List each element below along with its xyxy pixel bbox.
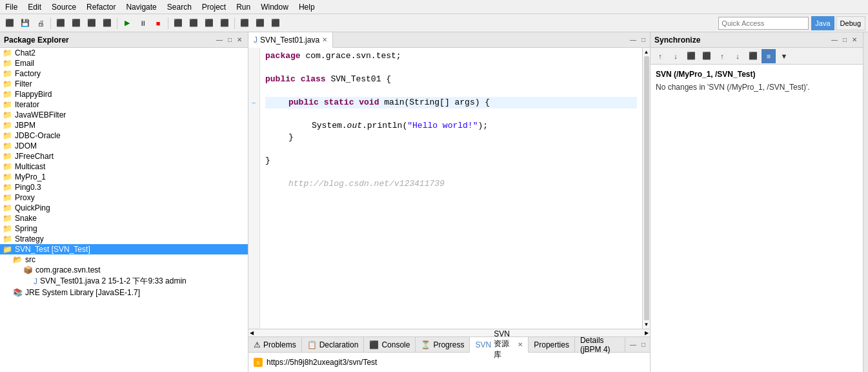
tree-item[interactable]: 📁JFreeChart (0, 151, 248, 161)
menu-run[interactable]: Run (231, 1, 256, 13)
editor-tab-controls: — □ (625, 32, 650, 47)
menu-project[interactable]: Project (197, 1, 231, 13)
close-icon[interactable]: ✕ (235, 36, 244, 44)
editor-tab-close[interactable]: ✕ (322, 36, 327, 43)
toolbar-stop-btn[interactable]: ■ (151, 16, 165, 30)
editor-maximize-btn[interactable]: □ (640, 36, 647, 44)
toolbar-btn-6[interactable]: ⬛ (85, 16, 99, 30)
tree-item[interactable]: 📁Proxy (0, 192, 248, 203)
bottom-maximize-btn[interactable]: □ (640, 340, 647, 349)
tree-item[interactable]: 📦com.grace.svn.test (0, 265, 248, 275)
tree-item[interactable]: 📁JavaWEBFilter (0, 110, 248, 120)
scroll-right-btn[interactable]: ▶ (643, 330, 650, 336)
toolbar-btn-7[interactable]: ⬛ (100, 16, 114, 30)
java-perspective-btn[interactable]: Java (811, 16, 834, 30)
menu-window[interactable]: Window (256, 1, 294, 13)
debug-perspective-btn[interactable]: Debug (836, 16, 865, 30)
toolbar-btn-3[interactable]: 🖨 (34, 16, 48, 30)
tab-progress[interactable]: ⏳ Progress (416, 337, 470, 352)
tree-item[interactable]: 📁Factory (0, 68, 248, 79)
menu-source[interactable]: Source (46, 1, 81, 13)
menu-help[interactable]: Help (294, 1, 320, 13)
editor-tab-svntest01[interactable]: J SVN_Test01.java ✕ (248, 32, 333, 48)
collapse-marker[interactable]: − (248, 97, 259, 108)
menu-navigate[interactable]: Navigate (121, 1, 161, 13)
toolbar-btn-13[interactable]: ⬛ (253, 16, 267, 30)
toolbar-new-btn[interactable]: ⬛ (3, 16, 17, 30)
tree-item[interactable]: 📁Spring (0, 223, 248, 234)
maximize-btn[interactable]: □ (226, 36, 234, 44)
tree-item[interactable]: 📁JBPM (0, 120, 248, 130)
scroll-down-btn[interactable]: ▼ (644, 322, 649, 327)
sync-btn-5[interactable]: ↑ (715, 49, 729, 63)
panel-controls: — □ ✕ (214, 36, 244, 44)
tree-item[interactable]: 📁Strategy (0, 234, 248, 244)
menu-edit[interactable]: Edit (23, 1, 46, 13)
minimize-btn[interactable]: — (214, 36, 225, 44)
menu-search[interactable]: Search (162, 1, 197, 13)
vertical-scrollbar[interactable]: ▲ ▼ (642, 48, 650, 329)
tree-item[interactable]: 📁FlappyBird (0, 89, 248, 99)
toolbar-btn-11[interactable]: ⬛ (217, 16, 232, 30)
tree-item[interactable]: 📁Ping0.3 (0, 182, 248, 192)
bottom-tabs: ⚠ Problems 📋 Declaration ⬛ Console ⏳ Pro… (248, 337, 650, 353)
toolbar-btn-12[interactable]: ⬛ (237, 16, 252, 30)
tree-item[interactable]: 📁Email (0, 58, 248, 68)
sync-close-icon[interactable]: ✕ (850, 36, 859, 44)
scroll-left-btn[interactable]: ◀ (248, 330, 255, 336)
tree-item[interactable]: 📁JDBC-Oracle (0, 130, 248, 141)
menu-file[interactable]: File (0, 1, 23, 13)
tree-item[interactable]: 📁Filter (0, 79, 248, 89)
sync-maximize-btn[interactable]: □ (841, 36, 849, 44)
tree-item[interactable]: 📁QuickPing (0, 203, 248, 213)
tree-item[interactable]: 📁MyPro_1 (0, 172, 248, 182)
toolbar-btn-5[interactable]: ⬛ (69, 16, 83, 30)
tab-declaration[interactable]: 📋 Declaration (302, 337, 365, 352)
toolbar-btn-10[interactable]: ⬛ (202, 16, 216, 30)
tab-problems[interactable]: ⚠ Problems (248, 337, 302, 352)
toolbar-sep-4 (234, 17, 235, 29)
sync-btn-8[interactable]: ≡ (762, 49, 776, 63)
toolbar-btn-4[interactable]: ⬛ (54, 16, 68, 30)
svn-tab-close[interactable]: ✕ (518, 341, 523, 348)
tab-properties[interactable]: Properties (529, 337, 575, 352)
tree-item[interactable]: 📁Multicast (0, 161, 248, 172)
toolbar-pause-btn[interactable]: ⏸ (136, 16, 150, 30)
scroll-thumb[interactable] (644, 56, 649, 320)
sync-btn-1[interactable]: ↑ (653, 49, 667, 63)
tree-item[interactable]: 📁SVN_Test [SVN_Test] (0, 244, 248, 254)
toolbar-run-btn[interactable]: ▶ (120, 16, 134, 30)
bottom-minimize-btn[interactable]: — (628, 340, 638, 349)
tree-item[interactable]: 📁JDOM (0, 141, 248, 151)
toolbar-btn-8[interactable]: ⬛ (171, 16, 185, 30)
sync-btn-6[interactable]: ↓ (731, 49, 745, 63)
sync-btn-3[interactable]: ⬛ (684, 49, 698, 63)
toolbar-btn-14[interactable]: ⬛ (268, 16, 283, 30)
sync-btn-collapse[interactable]: ▼ (777, 49, 791, 63)
tab-details-jbpm[interactable]: Details (jBPM 4) (575, 337, 625, 352)
menu-refactor[interactable]: Refactor (81, 1, 121, 13)
tree-item[interactable]: JSVN_Test01.java 2 15-1-2 下午9:33 admin (0, 275, 248, 287)
sync-panel-header: Synchronize — □ ✕ (651, 32, 863, 48)
toolbar-btn-9[interactable]: ⬛ (187, 16, 201, 30)
scroll-track-x[interactable] (255, 331, 643, 335)
tree-item[interactable]: 📁Snake (0, 213, 248, 223)
sync-btn-2[interactable]: ↓ (669, 49, 683, 63)
sync-toolbar: ↑ ↓ ⬛ ⬛ ↑ ↓ ⬛ ≡ ▼ (651, 48, 863, 65)
gutter-collapse: − (248, 48, 260, 329)
sync-btn-4[interactable]: ⬛ (700, 49, 714, 63)
editor-tab-icon: J (254, 36, 257, 45)
quick-access-input[interactable] (718, 17, 809, 30)
toolbar-btn-2[interactable]: 💾 (18, 16, 32, 30)
tab-svn-repo[interactable]: SVN SVN 资源库 ✕ (470, 337, 529, 353)
tab-console[interactable]: ⬛ Console (364, 337, 416, 352)
editor-minimize-btn[interactable]: — (628, 36, 638, 44)
scroll-up-btn[interactable]: ▲ (644, 49, 649, 55)
tree-item[interactable]: 📁Chat2 (0, 48, 248, 58)
tree-item[interactable]: 📂src (0, 254, 248, 265)
sync-btn-7[interactable]: ⬛ (746, 49, 760, 63)
code-editor[interactable]: package com.grace.svn.test; public class… (260, 48, 642, 329)
sync-minimize-btn[interactable]: — (829, 36, 840, 44)
tree-item[interactable]: 📁Iterator (0, 99, 248, 110)
tree-item[interactable]: 📚JRE System Library [JavaSE-1.7] (0, 287, 248, 298)
